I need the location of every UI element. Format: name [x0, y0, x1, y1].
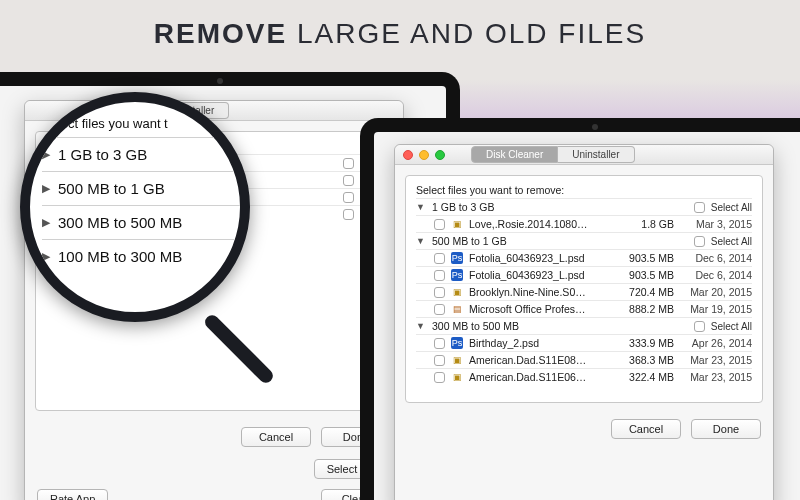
checkbox[interactable] [434, 270, 445, 281]
chevron-right-icon: ▶ [46, 192, 56, 202]
headline-bold: REMOVE [154, 18, 287, 49]
file-type-icon: Ps [451, 337, 463, 349]
zoom-icon[interactable] [435, 150, 445, 160]
laptop-front: Disk Cleaner Uninstaller Select files yo… [360, 118, 800, 500]
tab-switcher[interactable]: Disk Cleaner Uninstaller [471, 146, 635, 163]
file-type-icon: ▤ [451, 303, 463, 315]
cancel-button[interactable]: Cancel [611, 419, 681, 439]
rate-app-button[interactable]: Rate App [37, 489, 108, 500]
select-all-label[interactable]: Select All [711, 236, 752, 247]
headline-rest: LARGE AND OLD FILES [287, 18, 646, 49]
file-type-icon: ▣ [451, 354, 463, 366]
size-group[interactable]: ▼500 MB to 1 GBSelect All [416, 232, 752, 249]
footer-bar: Rate App Clean [25, 485, 403, 500]
chevron-down-icon: ▼ [416, 202, 426, 212]
size-group[interactable]: ▶ Sele [46, 171, 382, 188]
instruction-label: Select files you want to remove: [416, 184, 564, 196]
file-name: Love,.Rosie.2014.1080… [469, 218, 610, 230]
chevron-down-icon: ▼ [416, 321, 426, 331]
done-button[interactable]: Done [691, 419, 761, 439]
select-all-label[interactable]: Select All [711, 202, 752, 213]
file-date: Mar 3, 2015 [680, 218, 752, 230]
file-row[interactable]: PsBirthday_2.psd333.9 MBApr 26, 2014 [416, 334, 752, 351]
file-type-icon: ▣ [451, 371, 463, 383]
file-name: American.Dad.S11E08… [469, 354, 610, 366]
tab-switcher[interactable]: Uninstaller [153, 102, 229, 119]
chevron-right-icon: ▶ [46, 175, 56, 185]
file-name: Fotolia_60436923_L.psd [469, 252, 610, 264]
cancel-button[interactable]: Cancel [241, 427, 311, 447]
file-date: Mar 23, 2015 [680, 354, 752, 366]
file-size: 368.3 MB [616, 354, 674, 366]
chevron-down-icon: ▼ [416, 236, 426, 246]
chevron-right-icon: ▶ [46, 209, 56, 219]
size-group[interactable]: ▶ Sele [46, 188, 382, 205]
file-row[interactable]: PsFotolia_60436923_L.psd903.5 MBDec 6, 2… [416, 266, 752, 283]
checkbox[interactable] [434, 338, 445, 349]
file-type-icon: Ps [451, 252, 463, 264]
group-label: 1 GB to 3 GB [432, 201, 688, 213]
tab-disk-cleaner[interactable]: Disk Cleaner [471, 146, 558, 163]
file-name: Brooklyn.Nine-Nine.S0… [469, 286, 610, 298]
tab-uninstaller[interactable]: Uninstaller [558, 146, 634, 163]
dialog-buttons: Cancel Done [25, 421, 403, 453]
checkbox[interactable] [694, 202, 705, 213]
checkbox[interactable] [434, 287, 445, 298]
file-date: Mar 19, 2015 [680, 303, 752, 315]
window-front: Disk Cleaner Uninstaller Select files yo… [394, 144, 774, 500]
file-name: Birthday_2.psd [469, 337, 610, 349]
file-size: 903.5 MB [616, 252, 674, 264]
size-group[interactable]: ▶ Sele [46, 205, 382, 222]
checkbox[interactable] [343, 209, 354, 220]
checkbox[interactable] [694, 321, 705, 332]
file-size: 903.5 MB [616, 269, 674, 281]
size-group[interactable]: ▼1 GB to 3 GBSelect All [416, 198, 752, 215]
group-label: 500 MB to 1 GB [432, 235, 688, 247]
checkbox[interactable] [694, 236, 705, 247]
file-size: 322.4 MB [616, 371, 674, 383]
file-name: Fotolia_60436923_L.psd [469, 269, 610, 281]
close-icon[interactable] [403, 150, 413, 160]
tab-uninstaller[interactable]: Uninstaller [153, 102, 229, 119]
window-back: Uninstaller Select files you want to rem… [24, 100, 404, 500]
chevron-right-icon: ▶ [46, 158, 56, 168]
file-name: American.Dad.S11E06… [469, 371, 610, 383]
camera-icon [592, 124, 598, 130]
size-group[interactable]: ▼300 MB to 500 MBSelect All [416, 317, 752, 334]
select-all-label[interactable]: Select All [711, 321, 752, 332]
checkbox[interactable] [434, 253, 445, 264]
dialog-buttons: Cancel Done [395, 413, 773, 445]
file-date: Mar 20, 2015 [680, 286, 752, 298]
file-list-pane: Select files you want to remove: ▶ Sele … [35, 131, 393, 411]
file-row[interactable]: ▤Microsoft Office Profes…888.2 MBMar 19,… [416, 300, 752, 317]
checkbox[interactable] [343, 175, 354, 186]
titlebar: Uninstaller [25, 101, 403, 121]
size-group[interactable]: ▶ Sele [46, 154, 382, 171]
file-row[interactable]: ▣American.Dad.S11E08…368.3 MBMar 23, 201… [416, 351, 752, 368]
checkbox[interactable] [434, 219, 445, 230]
checkbox[interactable] [343, 158, 354, 169]
file-date: Dec 6, 2014 [680, 252, 752, 264]
file-date: Apr 26, 2014 [680, 337, 752, 349]
file-row[interactable]: ▣Brooklyn.Nine-Nine.S0…720.4 MBMar 20, 2… [416, 283, 752, 300]
checkbox[interactable] [434, 304, 445, 315]
titlebar[interactable]: Disk Cleaner Uninstaller [395, 145, 773, 165]
list-header: Select files you want to remove: [416, 182, 752, 198]
group-label: 300 MB to 500 MB [432, 320, 688, 332]
file-date: Mar 23, 2015 [680, 371, 752, 383]
file-size: 333.9 MB [616, 337, 674, 349]
camera-icon [217, 78, 223, 84]
file-row[interactable]: ▣American.Dad.S11E06…322.4 MBMar 23, 201… [416, 368, 752, 385]
checkbox[interactable] [343, 192, 354, 203]
file-name: Microsoft Office Profes… [469, 303, 610, 315]
checkbox[interactable] [434, 372, 445, 383]
file-list-pane: Select files you want to remove: ▼1 GB t… [405, 175, 763, 403]
minimize-icon[interactable] [419, 150, 429, 160]
file-row[interactable]: ▣Love,.Rosie.2014.1080…1.8 GBMar 3, 2015 [416, 215, 752, 232]
file-type-icon: ▣ [451, 218, 463, 230]
headline: REMOVE LARGE AND OLD FILES [0, 18, 800, 50]
file-date: Dec 6, 2014 [680, 269, 752, 281]
checkbox[interactable] [434, 355, 445, 366]
file-row[interactable]: PsFotolia_60436923_L.psd903.5 MBDec 6, 2… [416, 249, 752, 266]
file-type-icon: Ps [451, 269, 463, 281]
